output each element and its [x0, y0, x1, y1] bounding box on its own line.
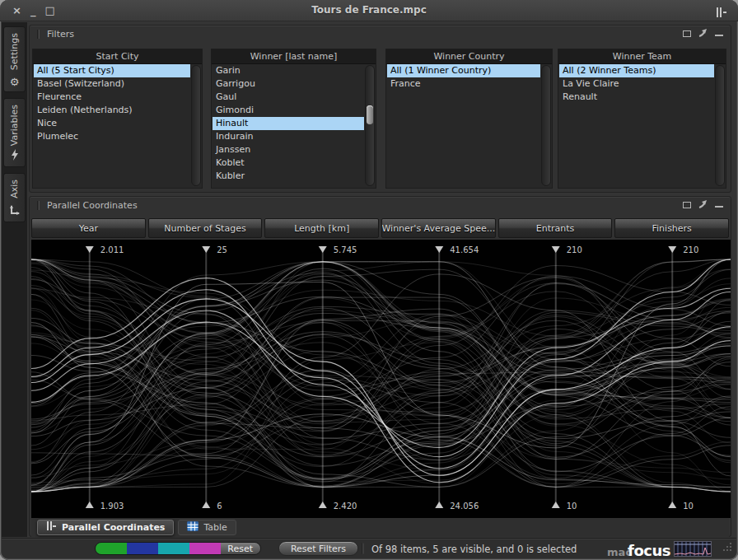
filter-item[interactable]: Plumelec	[34, 130, 190, 143]
pc-panel-header: Parallel Coordinates	[30, 197, 731, 213]
filter-group-winner-country: Winner Country All (1 Winner Country)Fra…	[385, 49, 553, 189]
legend-color-blue	[127, 543, 158, 554]
filters-panel-header: Filters	[30, 26, 731, 42]
svg-text:5.745: 5.745	[334, 245, 357, 254]
scrollbar-track[interactable]	[191, 65, 201, 186]
filter-item[interactable]: Kubler	[213, 170, 364, 183]
axis-header-year[interactable]: Year	[31, 218, 146, 238]
scrollbar-track[interactable]	[715, 65, 725, 186]
color-legend-reset-control[interactable]: Reset	[95, 542, 261, 555]
filter-item[interactable]: Indurain	[213, 130, 364, 143]
filter-group-title: Winner Team	[558, 49, 726, 64]
svg-text:25: 25	[217, 245, 227, 254]
sidebar-tab-variables-label: Variables	[9, 105, 20, 146]
filter-item[interactable]: All (1 Winner Country)	[387, 64, 540, 77]
svg-text:2.420: 2.420	[334, 502, 357, 511]
filter-item[interactable]: Nice	[34, 117, 190, 130]
scrollbar-track[interactable]	[365, 65, 375, 186]
sidebar-tab-settings[interactable]: Settings ⚙	[3, 26, 26, 92]
axis-header-row: Year Number of Stages Length [km] Winner…	[31, 218, 729, 238]
filter-item[interactable]: Janssen	[213, 143, 364, 156]
panel-minimize-icon[interactable]	[715, 206, 723, 208]
filter-item[interactable]: Hinault	[213, 117, 364, 130]
sidebar-tab-settings-label: Settings	[9, 33, 20, 70]
legend-color-teal	[158, 543, 189, 554]
filter-item[interactable]: La Vie Claire	[559, 77, 714, 91]
filters-panel: Filters Start City All (5 Start Citys)Ba…	[29, 25, 731, 193]
tab-parallel-coordinates[interactable]: Parallel Coordinates	[37, 520, 174, 535]
axis-header-finishers[interactable]: Finishers	[614, 218, 729, 238]
svg-text:1.903: 1.903	[100, 502, 124, 511]
axis-header-entrants[interactable]: Entrants	[498, 218, 613, 238]
panel-detach-icon[interactable]	[698, 199, 708, 211]
status-text: Of 98 items, 5 are visible, and 0 is sel…	[371, 539, 577, 559]
svg-text:210: 210	[683, 245, 698, 254]
svg-text:2.011: 2.011	[100, 245, 124, 254]
window-resize-grip[interactable]	[722, 539, 732, 555]
lightning-icon	[10, 149, 19, 162]
panel-detach-icon[interactable]	[698, 28, 708, 40]
filter-item[interactable]: Basel (Switzerland)	[34, 77, 190, 91]
panel-grip	[37, 30, 40, 39]
axis-header-winners-average-speed[interactable]: Winner's Average Spee...	[381, 218, 496, 238]
filter-item[interactable]: Leiden (Netherlands)	[34, 104, 190, 117]
tab-label: Table	[203, 522, 227, 533]
parallel-coordinates-tab-icon	[46, 521, 57, 534]
filters-panel-title: Filters	[47, 29, 74, 40]
logo-part-focus: focus	[628, 542, 670, 559]
filter-item[interactable]: Koblet	[213, 156, 364, 170]
axis-header-length-km[interactable]: Length [km]	[264, 218, 379, 238]
side-tab-strip: Settings ⚙ Variables Axis	[2, 22, 27, 537]
svg-text:24.056: 24.056	[450, 502, 479, 511]
filter-item[interactable]: Garrigou	[213, 77, 364, 91]
filter-group-start-city: Start City All (5 Start Citys)Basel (Swi…	[32, 49, 203, 189]
filter-item[interactable]: Garin	[213, 64, 364, 77]
scrollbar-thumb[interactable]	[367, 105, 373, 124]
filter-item[interactable]: Renault	[559, 91, 714, 104]
svg-text:10: 10	[683, 502, 694, 511]
tab-table[interactable]: Table	[178, 520, 236, 535]
chart-thumbnail-icon	[674, 541, 712, 560]
panel-maximize-icon[interactable]	[683, 202, 691, 208]
sidebar-tab-axis[interactable]: Axis	[3, 173, 26, 222]
filter-list[interactable]: All (2 Winner Teams)La Vie ClaireRenault	[559, 64, 714, 187]
filter-group-title: Start City	[33, 49, 202, 64]
legend-color-green	[96, 543, 127, 554]
svg-text:210: 210	[567, 245, 582, 254]
filter-list[interactable]: All (1 Winner Country)France	[387, 64, 540, 187]
parallel-coordinates-app-icon	[716, 6, 727, 21]
filter-item[interactable]: All (2 Winner Teams)	[559, 64, 714, 77]
parallel-coordinates-plot[interactable]: 2.0111.9032565.7452.42041.65424.05621010…	[31, 240, 731, 518]
table-tab-icon	[187, 521, 199, 534]
gear-icon: ⚙	[10, 77, 20, 87]
status-divider	[362, 543, 364, 554]
title-bar: × _ □ Tours de France.mpc	[0, 0, 738, 21]
sidebar-tab-variables[interactable]: Variables	[3, 98, 26, 167]
reset-filters-button[interactable]: Reset Filters	[278, 541, 358, 556]
filter-list[interactable]: GarinGarrigouGaulGimondiHinaultIndurainJ…	[213, 64, 364, 187]
status-bar: Reset Reset Filters Of 98 items, 5 are v…	[2, 538, 736, 558]
panel-grip	[37, 201, 40, 210]
filter-group-title: Winner [last name]	[212, 49, 376, 64]
legend-color-magenta	[189, 543, 221, 554]
panel-maximize-icon[interactable]	[683, 30, 691, 37]
reset-button[interactable]: Reset	[221, 543, 260, 554]
filter-item[interactable]: Fleurence	[34, 91, 190, 104]
panel-minimize-icon[interactable]	[715, 35, 723, 36]
filter-list[interactable]: All (5 Start Citys)Basel (Switzerland)Fl…	[34, 64, 190, 187]
filter-item[interactable]: Gimondi	[213, 104, 364, 117]
filter-item[interactable]: All (5 Start Citys)	[34, 64, 190, 77]
app-window: × _ □ Tours de France.mpc Settings ⚙ Var…	[0, 0, 738, 560]
axis-header-number-of-stages[interactable]: Number of Stages	[148, 218, 263, 238]
axis-icon	[9, 205, 20, 217]
sidebar-tab-axis-label: Axis	[9, 180, 20, 198]
filter-item[interactable]: France	[387, 77, 540, 91]
filter-item[interactable]: Gaul	[213, 91, 364, 104]
svg-text:10: 10	[567, 502, 577, 511]
view-tab-bar: Parallel Coordinates Table	[31, 518, 729, 537]
tab-label: Parallel Coordinates	[62, 522, 165, 533]
pc-panel-title: Parallel Coordinates	[47, 200, 138, 211]
scrollbar-track[interactable]	[541, 65, 551, 186]
filter-group-winner: Winner [last name] GarinGarrigouGaulGimo…	[211, 49, 376, 189]
svg-text:6: 6	[217, 502, 222, 511]
